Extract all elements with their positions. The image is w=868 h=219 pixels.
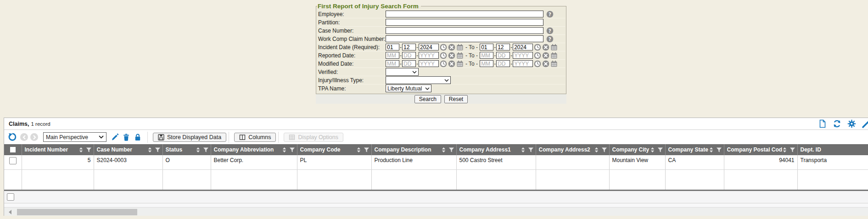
column-header-company-city[interactable]: Company City — [612, 146, 650, 153]
modified-from-month-input[interactable] — [386, 60, 399, 67]
work-comp-claim-input[interactable] — [386, 35, 543, 42]
lock-perspective-icon[interactable] — [134, 133, 142, 141]
calendar-icon[interactable] — [456, 44, 464, 51]
filter-icon[interactable] — [289, 147, 295, 153]
sort-icon[interactable] — [594, 147, 599, 153]
new-record-icon[interactable] — [818, 119, 827, 128]
reset-button[interactable]: Reset — [444, 95, 468, 103]
modified-to-day-input[interactable] — [496, 60, 510, 67]
reported-from-month-input[interactable] — [386, 52, 399, 59]
time-picker-icon[interactable] — [534, 52, 541, 59]
undo-icon[interactable] — [8, 133, 17, 142]
sort-icon[interactable] — [196, 147, 201, 153]
tpa-name-select[interactable]: Liberty Mutual — [386, 84, 431, 92]
clear-date-icon[interactable] — [542, 60, 549, 67]
column-header-incident-number[interactable]: Incident Number — [25, 146, 78, 153]
time-picker-icon[interactable] — [440, 44, 447, 51]
column-header-status[interactable]: Status — [166, 146, 196, 153]
column-header-company-description[interactable]: Company Description — [375, 146, 441, 153]
reported-to-year-input[interactable] — [513, 52, 533, 59]
modified-from-year-input[interactable] — [419, 60, 439, 67]
chevron-left-icon[interactable] — [20, 133, 28, 141]
filter-icon[interactable] — [448, 147, 454, 153]
case-number-input[interactable] — [386, 27, 543, 34]
sort-icon[interactable] — [356, 147, 361, 153]
delete-perspective-icon[interactable] — [122, 133, 130, 141]
help-icon[interactable]: ? — [546, 27, 554, 34]
clear-date-icon[interactable] — [448, 60, 455, 67]
sort-icon[interactable] — [78, 147, 84, 153]
clear-date-icon[interactable] — [542, 52, 549, 59]
reported-from-year-input[interactable] — [419, 52, 439, 59]
modified-from-day-input[interactable] — [402, 60, 416, 67]
incident-from-month-input[interactable] — [386, 44, 399, 51]
column-header-company-address1[interactable]: Company Address1 — [459, 146, 521, 153]
column-header-company-postal-code[interactable]: Company Postal Code — [727, 146, 782, 153]
sort-icon[interactable] — [147, 147, 152, 153]
reported-to-day-input[interactable] — [496, 52, 510, 59]
employee-input[interactable] — [386, 11, 543, 17]
column-header-company-code[interactable]: Company Code — [300, 146, 356, 153]
filter-icon[interactable] — [203, 147, 209, 153]
reported-to-month-input[interactable] — [480, 52, 493, 59]
scrollbar-thumb[interactable] — [17, 209, 137, 215]
filter-icon[interactable] — [155, 147, 161, 153]
time-picker-icon[interactable] — [440, 52, 447, 59]
calendar-icon[interactable] — [550, 44, 558, 51]
column-header-dept-id[interactable]: Dept. ID — [801, 146, 867, 153]
sort-icon[interactable] — [650, 147, 655, 153]
help-icon[interactable]: ? — [546, 11, 554, 18]
injury-illness-type-select[interactable] — [386, 76, 451, 84]
filter-icon[interactable] — [657, 147, 663, 153]
refresh-icon[interactable] — [833, 119, 841, 128]
incident-from-day-input[interactable] — [402, 44, 416, 51]
row-checkbox[interactable] — [9, 157, 17, 164]
search-button[interactable]: Search — [414, 95, 441, 103]
clear-date-icon[interactable] — [542, 44, 549, 51]
calendar-icon[interactable] — [456, 52, 464, 59]
clear-date-icon[interactable] — [448, 52, 455, 59]
incident-to-year-input[interactable] — [513, 44, 533, 51]
time-picker-icon[interactable] — [440, 60, 447, 67]
filter-icon[interactable] — [364, 147, 370, 153]
incident-to-day-input[interactable] — [496, 44, 510, 51]
incident-from-year-input[interactable] — [419, 44, 439, 51]
sort-icon[interactable] — [709, 147, 714, 153]
calendar-icon[interactable] — [456, 60, 464, 67]
filter-icon[interactable] — [528, 147, 534, 153]
edit-perspective-icon[interactable] — [111, 133, 119, 141]
filter-icon[interactable] — [601, 147, 607, 153]
store-displayed-data-button[interactable]: Store Displayed Data — [153, 133, 226, 142]
modified-to-year-input[interactable] — [513, 60, 533, 67]
calendar-icon[interactable] — [550, 60, 558, 67]
sort-icon[interactable] — [441, 147, 446, 153]
sort-icon[interactable] — [521, 147, 526, 153]
calendar-icon[interactable] — [550, 52, 558, 59]
sort-icon[interactable] — [282, 147, 287, 153]
incident-to-month-input[interactable] — [480, 44, 493, 51]
scroll-left-arrow-icon[interactable] — [9, 210, 11, 214]
sort-icon[interactable] — [782, 147, 787, 153]
gear-icon[interactable] — [847, 119, 856, 128]
verified-select[interactable] — [386, 68, 419, 76]
modified-to-month-input[interactable] — [480, 60, 493, 67]
wrench-icon[interactable] — [862, 119, 868, 128]
time-picker-icon[interactable] — [534, 44, 541, 51]
columns-button[interactable]: Columns — [234, 133, 276, 142]
filter-icon[interactable] — [716, 147, 722, 153]
filter-icon[interactable] — [86, 147, 92, 153]
column-header-company-address2[interactable]: Company Address2 — [539, 146, 594, 153]
select-all-checkbox[interactable] — [10, 147, 16, 152]
partition-input[interactable] — [386, 19, 543, 26]
column-header-case-number[interactable]: Case Number — [97, 146, 147, 153]
clear-date-icon[interactable] — [448, 44, 455, 51]
filter-icon[interactable] — [790, 147, 795, 153]
help-icon[interactable]: ? — [546, 35, 554, 43]
footer-checkbox[interactable] — [7, 193, 14, 201]
horizontal-scrollbar[interactable] — [4, 207, 868, 216]
perspective-select[interactable]: Main Perspective — [43, 132, 106, 142]
reported-from-day-input[interactable] — [402, 52, 416, 59]
column-header-company-abbreviation[interactable]: Company Abbreviation — [214, 146, 282, 153]
table-row[interactable]: 5 S2024-0003 O Better Corp. PL Productio… — [4, 155, 868, 169]
time-picker-icon[interactable] — [534, 60, 541, 67]
